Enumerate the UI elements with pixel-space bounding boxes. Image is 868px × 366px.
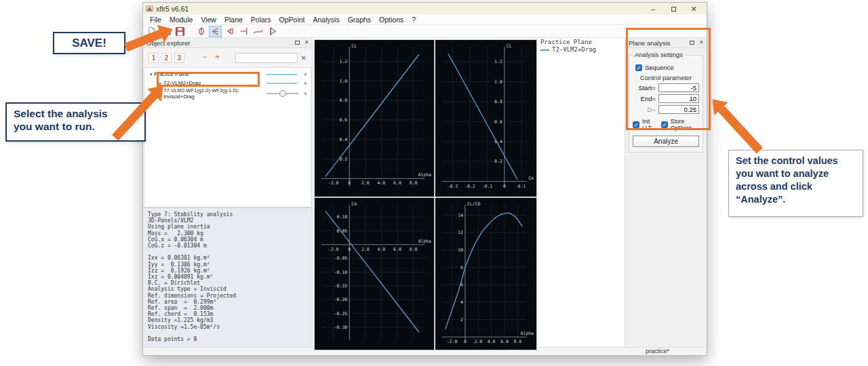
- menu-graphs[interactable]: Graphs: [344, 16, 375, 24]
- svg-text:0.2: 0.2: [494, 159, 502, 164]
- svg-text:1.0: 1.0: [494, 79, 502, 85]
- tree-label-control-polar: T7-VLM2-WF1(g1.0)-WF2(g-1.0)-Inviscid+Dr…: [163, 87, 267, 100]
- expand-all-button[interactable]: +: [212, 53, 222, 63]
- explorer-controls: 1 2 3 − + ✕: [143, 48, 312, 67]
- end-input[interactable]: [658, 94, 699, 103]
- analysis-settings-label: Analysis settings: [633, 51, 685, 58]
- minimize-button[interactable]: –: [643, 3, 663, 14]
- svg-text:8.0: 8.0: [514, 339, 522, 344]
- init-llt-checkbox[interactable]: ✓ Init LLT: [633, 118, 656, 131]
- tab-oppoints[interactable]: 3: [174, 53, 184, 63]
- menu-file[interactable]: File: [146, 16, 165, 24]
- tree-row-control-polar[interactable]: T7-VLM2-WF1(g1.0)-WF2(g-1.0)-Inviscid+Dr…: [144, 87, 311, 100]
- curve-style-line[interactable]: [267, 83, 297, 84]
- tab-polars[interactable]: 2: [161, 53, 172, 63]
- svg-text:CL: CL: [507, 43, 512, 49]
- tree-row-polar[interactable]: ▸ T2-VLM2+Drag ×: [144, 79, 311, 87]
- menu-options[interactable]: Options: [375, 16, 408, 24]
- chevron-down-icon[interactable]: ▾: [148, 72, 154, 77]
- menu-polars[interactable]: Polars: [247, 16, 275, 24]
- svg-text:-0.10: -0.10: [334, 270, 348, 275]
- start-input[interactable]: [658, 83, 699, 92]
- menu-help[interactable]: ?: [408, 16, 420, 24]
- svg-text:Alpha: Alpha: [418, 172, 431, 178]
- init-llt-label: Init LLT: [642, 118, 656, 131]
- wing-polar-icon[interactable]: [209, 26, 222, 37]
- svg-text:0: 0: [348, 180, 351, 186]
- annotation-select-analysis: Select the analysis you want to run.: [5, 102, 146, 142]
- new-document-icon[interactable]: [145, 26, 158, 37]
- collapse-all-button[interactable]: −: [199, 53, 210, 63]
- wing-oppoint-icon[interactable]: [223, 26, 236, 37]
- svg-text:-0.2: -0.2: [465, 184, 475, 189]
- chevron-right-icon[interactable]: ▸: [157, 81, 163, 86]
- graph-cl-cm[interactable]: -0.3-0.2-0.100.10.20.40.60.81.01.2CLCm: [435, 40, 536, 197]
- open-folder-icon[interactable]: [159, 26, 172, 37]
- legend-plane-name: Practice Plane: [540, 39, 596, 46]
- float-dock-icon[interactable]: [295, 41, 300, 45]
- control-parameter-label: Control parameter: [633, 74, 699, 81]
- save-icon[interactable]: [174, 26, 186, 37]
- delete-item-icon[interactable]: ×: [304, 80, 307, 87]
- tree-row-plane[interactable]: ▾ Practice Plane ×: [144, 70, 311, 79]
- graph-area: -2.002.04.06.08.00.20.40.60.81.01.2CLAlp…: [313, 38, 625, 347]
- titlebar: xflr5 v6.61 – ✕: [143, 3, 707, 14]
- menu-view[interactable]: View: [197, 16, 220, 24]
- menu-plane[interactable]: Plane: [220, 16, 247, 24]
- checkbox-checked-icon: ✓: [633, 121, 639, 128]
- plane-analysis-dock: Plane analysis × Analysis settings ✓ Seq…: [625, 38, 707, 347]
- curve-style-line[interactable]: [267, 74, 297, 75]
- svg-text:2.0: 2.0: [361, 180, 370, 186]
- plane-front-icon[interactable]: [195, 26, 208, 37]
- menu-analysis[interactable]: Analysis: [309, 16, 344, 24]
- analysis-info-text: Type 7: Stability analysis 3D-Panels/VLM…: [148, 211, 307, 347]
- svg-text:0.8: 0.8: [339, 98, 347, 103]
- svg-text:14: 14: [458, 213, 463, 218]
- svg-text:-0.3: -0.3: [447, 184, 458, 189]
- float-dock-icon[interactable]: [690, 41, 694, 45]
- body-curve-icon[interactable]: [252, 26, 264, 37]
- menu-module[interactable]: Module: [165, 16, 197, 24]
- svg-text:2.0: 2.0: [361, 247, 370, 252]
- graph-clcd-alpha[interactable]: -2.002.04.06.08.02468101214CL/CDAlpha: [435, 198, 536, 350]
- svg-text:6.0: 6.0: [393, 180, 401, 186]
- search-input[interactable]: [235, 53, 298, 63]
- svg-text:0.6: 0.6: [494, 119, 502, 125]
- graph-cm-alpha[interactable]: -2.002.04.06.08.00.100.05-0.05-0.10-0.15…: [315, 198, 434, 350]
- delta-input[interactable]: [658, 105, 699, 114]
- legend-polar-name: T2-VLM2+Drag: [552, 46, 596, 54]
- svg-text:6.0: 6.0: [500, 339, 509, 344]
- close-dock-icon[interactable]: ×: [699, 39, 703, 46]
- svg-text:0.8: 0.8: [494, 99, 502, 104]
- toolbar: [143, 25, 707, 38]
- menu-oppoint[interactable]: OpPoint: [275, 16, 309, 24]
- svg-text:6.0: 6.0: [393, 247, 401, 252]
- close-dock-icon[interactable]: ×: [304, 39, 309, 46]
- slider-knob[interactable]: [279, 90, 286, 97]
- delete-item-icon[interactable]: ×: [304, 71, 307, 78]
- tab-planes[interactable]: 1: [149, 53, 159, 63]
- svg-text:0: 0: [503, 184, 506, 189]
- restore-button[interactable]: [663, 3, 684, 14]
- object-tree: ▾ Practice Plane × ▸ T2-VLM2+Drag × T7-V…: [144, 67, 311, 207]
- store-oppoint-checkbox[interactable]: ✓ Store OpPoint: [661, 118, 699, 131]
- main-area: Object explorer × 1 2 3 − + ✕: [143, 38, 707, 347]
- sequence-checkbox[interactable]: ✓ Sequence: [635, 64, 699, 71]
- svg-text:2: 2: [460, 317, 463, 323]
- svg-text:0: 0: [348, 247, 351, 252]
- opacity-slider[interactable]: [267, 90, 298, 97]
- svg-text:-2.0: -2.0: [328, 180, 339, 186]
- restore-icon: [671, 7, 676, 12]
- half-wing-icon[interactable]: [237, 26, 250, 37]
- end-label: End=: [633, 95, 656, 102]
- start-label: Start=: [633, 84, 656, 92]
- close-button[interactable]: ✕: [684, 3, 704, 14]
- analyze-button[interactable]: Analyze: [633, 136, 699, 147]
- menubar: File Module View Plane Polars OpPoint An…: [143, 14, 707, 25]
- svg-text:Alpha: Alpha: [418, 239, 431, 244]
- graph-cl-alpha[interactable]: -2.002.04.06.08.00.20.40.60.81.01.2CLAlp…: [315, 40, 434, 197]
- clear-search-icon[interactable]: ✕: [301, 54, 307, 62]
- foil-icon[interactable]: [266, 26, 279, 37]
- delete-item-icon[interactable]: ×: [304, 90, 307, 97]
- analysis-info-panel: Type 7: Stability analysis 3D-Panels/VLM…: [143, 207, 312, 347]
